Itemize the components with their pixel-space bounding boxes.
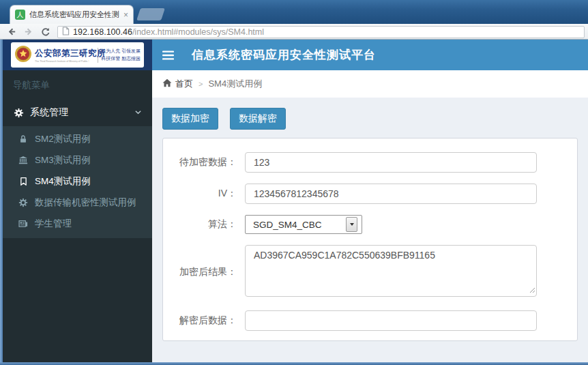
algorithm-selected-value: SGD_SM4_CBC	[246, 220, 346, 230]
iv-label: IV：	[163, 188, 245, 200]
slogan-line-1: 敢为人先 引领发展	[101, 48, 141, 55]
org-name: 公安部第三研究所	[35, 48, 95, 59]
sidebar: 公安部第三研究所 The Third Research Institute of…	[3, 40, 152, 362]
back-button[interactable]	[4, 25, 19, 38]
decrypted-label: 解密后数据：	[163, 315, 245, 327]
sidebar-item-data-transfer[interactable]: 数据传输机密性测试用例	[3, 192, 152, 213]
sidebar-item-sm2[interactable]: SM2测试用例	[3, 128, 152, 149]
lock-icon	[18, 134, 29, 145]
form-row-cipher: 加密后结果： AD3967CA959C1A782C550639BFB91165	[163, 245, 538, 300]
breadcrumb-current: SM4测试用例	[208, 78, 262, 90]
plaintext-label: 待加密数据：	[163, 156, 245, 169]
decrypted-input[interactable]	[245, 310, 537, 331]
hamburger-menu-icon[interactable]	[152, 40, 183, 70]
breadcrumb-home-label: 首页	[175, 78, 193, 90]
sidebar-section-label: 导航菜单	[3, 70, 152, 99]
tab-close-icon[interactable]: ×	[123, 11, 128, 19]
url-path: /index.html#modules/sys/SM4.html	[132, 27, 264, 37]
select-dropdown-button[interactable]	[346, 217, 357, 232]
cipher-label: 加密后结果：	[163, 266, 245, 278]
new-tab-button[interactable]	[136, 8, 165, 20]
url-bar[interactable]: 192.168.100.46/index.html#modules/sys/SM…	[57, 26, 585, 38]
tab-title: 信息系统密码应用安全性测	[29, 10, 119, 20]
caret-down-icon	[350, 223, 354, 226]
breadcrumb-home[interactable]: 首页	[162, 78, 193, 90]
page-icon	[62, 26, 70, 38]
app-header: 信息系统密码应用安全性测试平台	[152, 40, 588, 70]
browser-tab[interactable]: 人 信息系统密码应用安全性测 ×	[10, 5, 134, 24]
sm4-form-panel: 待加密数据： IV： 算法： SGD_SM4_CBC	[162, 138, 578, 341]
org-name-en: The Third Research Institute of Ministry…	[35, 59, 89, 63]
content-area: 数据加密 数据解密 待加密数据： IV： 算法：	[152, 98, 588, 362]
gear-icon	[13, 107, 24, 118]
org-name-block: 公安部第三研究所 The Third Research Institute of…	[35, 48, 98, 63]
resize-grip-icon[interactable]	[529, 284, 535, 296]
sidebar-item-label: SM2测试用例	[35, 133, 91, 145]
tab-favicon-icon: 人	[15, 10, 25, 20]
bookmark-icon	[18, 176, 29, 187]
encrypt-button[interactable]: 数据加密	[162, 108, 218, 130]
decrypt-button[interactable]: 数据解密	[230, 108, 286, 130]
breadcrumb: 首页 > SM4测试用例	[152, 70, 588, 98]
sidebar-item-student-management[interactable]: 学生管理	[3, 213, 152, 234]
form-row-decrypted: 解密后数据：	[163, 310, 538, 331]
plaintext-input[interactable]	[245, 152, 537, 173]
sidebar-item-label: 数据传输机密性测试用例	[35, 196, 136, 209]
gear-outline-icon	[18, 197, 29, 208]
forward-button[interactable]	[20, 25, 35, 38]
newspaper-icon	[18, 218, 29, 229]
forward-arrow-icon	[23, 27, 33, 37]
iv-input[interactable]	[245, 184, 537, 204]
form-row-plaintext: 待加密数据：	[163, 152, 538, 173]
page-title: 信息系统密码应用安全性测试平台	[192, 47, 376, 63]
reload-icon	[41, 27, 50, 37]
sidebar-item-label: SM4测试用例	[35, 175, 91, 188]
logo-area[interactable]: 公安部第三研究所 The Third Research Institute of…	[3, 40, 152, 70]
window-bottom-border	[0, 362, 588, 365]
sidebar-item-sm4[interactable]: SM4测试用例	[3, 171, 152, 192]
action-buttons: 数据加密 数据解密	[162, 108, 578, 130]
algorithm-label: 算法：	[163, 218, 245, 231]
app-window: 公安部第三研究所 The Third Research Institute of…	[3, 40, 588, 362]
sidebar-item-sm3[interactable]: SM3测试用例	[3, 149, 152, 171]
reload-button[interactable]	[38, 25, 53, 38]
sidebar-menu-system-management[interactable]: 系统管理	[3, 99, 152, 126]
sidebar-menu-label: 系统管理	[30, 106, 68, 119]
url-text: 192.168.100.46/index.html#modules/sys/SM…	[73, 27, 264, 37]
breadcrumb-separator: >	[199, 80, 203, 88]
form-row-algorithm: 算法： SGD_SM4_CBC	[163, 215, 538, 234]
org-slogan: 敢为人先 引领发展 科技保警 励志报国	[101, 48, 141, 62]
main-area: 信息系统密码应用安全性测试平台 首页 > SM4测试用例 数据加密 数据解密 待…	[152, 40, 588, 362]
slogan-line-2: 科技保警 励志报国	[101, 55, 141, 62]
org-logo: 公安部第三研究所 The Third Research Institute of…	[11, 42, 144, 68]
sidebar-item-label: 学生管理	[35, 218, 72, 230]
cipher-result-textarea[interactable]: AD3967CA959C1A782C550639BFB91165	[245, 245, 537, 297]
sidebar-item-label: SM3测试用例	[35, 154, 91, 166]
sidebar-submenu: SM2测试用例 SM3测试用例 SM4测试用例	[3, 126, 152, 238]
browser-toolbar: 192.168.100.46/index.html#modules/sys/SM…	[0, 24, 588, 40]
chevron-down-icon	[134, 107, 142, 118]
url-host: 192.168.100.46	[73, 27, 132, 37]
form-row-iv: IV：	[163, 184, 538, 204]
police-emblem-icon	[14, 45, 32, 65]
algorithm-select[interactable]: SGD_SM4_CBC	[245, 215, 362, 234]
home-icon	[162, 78, 172, 89]
browser-titlebar: 人 信息系统密码应用安全性测 ×	[0, 0, 588, 24]
back-arrow-icon	[7, 27, 17, 37]
bank-icon	[18, 155, 29, 166]
